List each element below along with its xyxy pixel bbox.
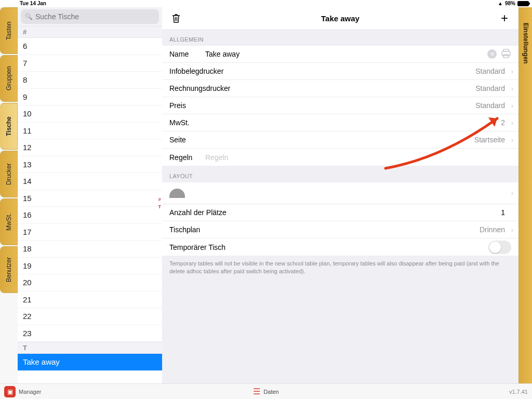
delete-button[interactable]	[169, 11, 183, 25]
chevron-right-icon: ›	[511, 226, 513, 234]
list-item[interactable]: 6	[18, 38, 162, 55]
cell-floorplan[interactable]: Tischplan Drinnen ›	[162, 221, 518, 238]
page-title: Take away	[183, 14, 498, 23]
data-label: Daten	[263, 389, 278, 395]
temporary-toggle[interactable]	[488, 241, 511, 254]
list-item[interactable]: 14	[18, 173, 162, 190]
table-shape-icon	[169, 189, 185, 198]
plus-icon: +	[501, 11, 508, 25]
app-icon: ▣	[4, 386, 16, 397]
bottom-center[interactable]: ☰ Daten	[253, 387, 278, 396]
detail-pane: Take away + ALLGEMEIN Name ✕ Infobelegdr…	[162, 7, 518, 383]
cell-preis[interactable]: Preis Standard ›	[162, 97, 518, 114]
cell-infobelegdrucker[interactable]: Infobelegdrucker Standard ›	[162, 63, 518, 80]
wifi-icon: ▲︎	[498, 1, 503, 6]
list-item[interactable]: 13	[18, 156, 162, 174]
print-icon[interactable]	[501, 49, 511, 59]
battery-percent: 98%	[505, 1, 515, 6]
bottom-app[interactable]: ▣ Manager	[4, 386, 41, 397]
regeln-input[interactable]	[205, 153, 511, 162]
list-item[interactable]: 19	[18, 258, 162, 275]
tab-gruppen[interactable]: Gruppen	[0, 55, 18, 102]
list-item[interactable]: 9	[18, 89, 162, 106]
list-item[interactable]: 23	[18, 325, 162, 342]
list-item[interactable]: 17	[18, 224, 162, 241]
app-label: Manager	[19, 389, 41, 395]
tab-drucker[interactable]: Drucker	[0, 151, 18, 197]
detail-header: Take away +	[162, 7, 518, 29]
cell-seite[interactable]: Seite Startseite ›	[162, 131, 518, 149]
data-icon: ☰	[253, 387, 260, 396]
svg-rect-2	[503, 55, 509, 58]
chevron-right-icon: ›	[511, 189, 513, 197]
sidebar: # 6 7 8 9 10 11 12 13 14 15 16 17 18 19 …	[18, 7, 162, 383]
search-wrap	[18, 7, 162, 26]
section-header-t: T	[18, 342, 162, 354]
cell-seats[interactable]: Anzahl der Plätze 1	[162, 204, 518, 221]
list-item[interactable]: 10	[18, 105, 162, 123]
list-item[interactable]: 20	[18, 274, 162, 291]
section-index[interactable]: # T	[158, 197, 162, 209]
battery-icon	[517, 1, 529, 6]
cell-temporary: Temporärer Tisch	[162, 238, 518, 256]
search-input[interactable]	[21, 9, 159, 24]
seats-value: 1	[501, 208, 511, 217]
list-item[interactable]: 12	[18, 139, 162, 156]
list-item[interactable]: 8	[18, 72, 162, 89]
cell-shape[interactable]: ›	[162, 182, 518, 204]
name-label: Name	[169, 50, 198, 58]
temporary-footnote: Temporary tables will not be visible in …	[162, 256, 518, 280]
chevron-right-icon: ›	[511, 68, 513, 75]
list-item[interactable]: 16	[18, 207, 162, 224]
bottom-bar: ▣ Manager ☰ Daten v1.7.41	[0, 383, 532, 399]
chevron-right-icon: ›	[511, 119, 513, 127]
group-allgemein: Name ✕ Infobelegdrucker Standard › Rechn…	[162, 46, 518, 166]
status-bar: Tue 14 Jan ▲︎ 98%	[0, 0, 532, 7]
trash-icon	[171, 13, 181, 23]
cell-name[interactable]: Name ✕	[162, 46, 518, 63]
table-list[interactable]: # 6 7 8 9 10 11 12 13 14 15 16 17 18 19 …	[18, 26, 162, 383]
list-item[interactable]: 22	[18, 308, 162, 325]
tab-tasten[interactable]: Tasten	[0, 7, 18, 54]
list-item[interactable]: 15	[18, 190, 162, 207]
list-item[interactable]: 7	[18, 55, 162, 72]
chevron-right-icon: ›	[511, 102, 513, 110]
tab-einstellungen: Einstellungen	[522, 23, 529, 64]
list-item[interactable]: 21	[18, 291, 162, 309]
list-item-selected[interactable]: Take away	[18, 354, 162, 371]
group-allgemein-label: ALLGEMEIN	[162, 29, 518, 46]
right-tab-rail[interactable]: Einstellungen	[518, 7, 532, 383]
clear-name-button[interactable]: ✕	[487, 49, 497, 59]
group-layout-label: LAYOUT	[162, 166, 518, 182]
tab-tische[interactable]: Tische	[0, 103, 18, 150]
list-item[interactable]: 18	[18, 241, 162, 258]
add-button[interactable]: +	[498, 11, 511, 25]
cell-mwst[interactable]: MwSt. 2 ›	[162, 114, 518, 131]
section-header-hash: #	[18, 26, 162, 38]
left-tab-rail: Tasten Gruppen Tische Drucker MwSt. Benu…	[0, 7, 18, 383]
chevron-right-icon: ›	[511, 85, 513, 92]
version-label: v1.7.41	[509, 389, 528, 395]
group-layout: › Anzahl der Plätze 1 Tischplan Drinnen …	[162, 182, 518, 256]
chevron-right-icon: ›	[511, 136, 513, 144]
status-date: Tue 14 Jan	[20, 1, 46, 6]
name-input[interactable]	[205, 50, 487, 58]
tab-mwst[interactable]: MwSt.	[0, 198, 18, 245]
tab-benutzer[interactable]: Benutzer	[0, 246, 18, 293]
list-item[interactable]: 11	[18, 123, 162, 140]
cell-regeln[interactable]: Regeln	[162, 149, 518, 166]
cell-rechnungsdrucker[interactable]: Rechnungsdrucker Standard ›	[162, 80, 518, 97]
